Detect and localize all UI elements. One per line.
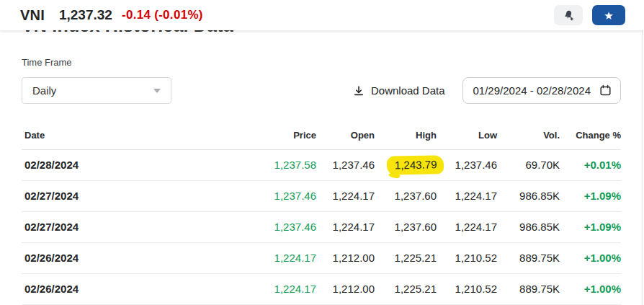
cell-open: 1,212.00 <box>316 243 375 274</box>
cell-open: 1,212.00 <box>316 274 375 305</box>
column-header-open: Open <box>316 118 375 150</box>
cell-price: 1,224.17 <box>254 274 316 305</box>
ticker-change: -0.14 (-0.01%) <box>122 8 203 22</box>
high-value: 1,243.79 <box>386 155 444 175</box>
cell-change: +1.09% <box>560 212 621 243</box>
column-header-price: Price <box>254 118 316 150</box>
cell-date: 02/27/2024 <box>22 181 254 212</box>
download-data-button[interactable]: Download Data <box>353 84 445 97</box>
ticker-bar: VNI 1,237.32 -0.14 (-0.01%) ★ <box>0 0 644 30</box>
date-range-picker[interactable]: 01/29/2024 - 02/28/2024 <box>462 77 621 104</box>
time-frame-label: Time Frame <box>22 57 621 68</box>
download-icon <box>353 85 365 97</box>
ticker-symbol: VNI <box>20 7 45 24</box>
chevron-down-icon <box>153 89 161 93</box>
controls-row: Daily Download Data 01/29/2024 - 02/28/2… <box>22 77 621 104</box>
table-header: DatePriceOpenHighLowVol.Change % <box>22 118 621 150</box>
table-row: 02/26/2024 1,224.17 1,212.00 1,225.21 1,… <box>22 274 621 305</box>
ticker-price: 1,237.32 <box>59 7 112 23</box>
cell-open: 1,237.46 <box>316 150 375 181</box>
column-header-date: Date <box>22 118 254 150</box>
main-content: Time Frame Daily Download Data 01/29/202… <box>0 57 644 305</box>
cell-open: 1,224.17 <box>316 212 375 243</box>
table-row: 02/28/2024 1,237.58 1,237.46 1,243.79 1,… <box>22 150 621 181</box>
cell-low: 1,210.52 <box>437 274 497 305</box>
cell-high: 1,237.60 <box>375 181 437 212</box>
cell-change: +1.00% <box>560 243 621 274</box>
cell-low: 1,210.52 <box>437 243 497 274</box>
cell-high: 1,237.60 <box>375 212 437 243</box>
date-range-value: 01/29/2024 - 02/28/2024 <box>473 84 591 97</box>
cell-price: 1,237.46 <box>254 212 316 243</box>
table-row: 02/27/2024 1,237.46 1,224.17 1,237.60 1,… <box>22 181 621 212</box>
cell-change: +1.00% <box>560 274 621 305</box>
bell-plus-icon <box>563 9 575 22</box>
column-header-high: High <box>375 118 437 150</box>
table-row: 02/26/2024 1,224.17 1,212.00 1,225.21 1,… <box>22 243 621 274</box>
column-header-vol: Vol. <box>497 118 560 150</box>
cell-date: 02/28/2024 <box>22 150 254 181</box>
column-header-change%: Change % <box>560 118 621 150</box>
cell-high: 1,243.79 <box>375 150 437 181</box>
cell-low: 1,224.17 <box>437 212 497 243</box>
cell-low: 1,224.17 <box>437 181 497 212</box>
cell-date: 02/26/2024 <box>22 274 254 305</box>
cell-open: 1,224.17 <box>316 181 375 212</box>
right-controls: Download Data 01/29/2024 - 02/28/2024 <box>353 77 621 104</box>
favorite-button[interactable]: ★ <box>592 5 625 25</box>
cell-price: 1,237.46 <box>254 181 316 212</box>
high-value: 1,237.60 <box>395 190 437 202</box>
table-row: 02/27/2024 1,237.46 1,224.17 1,237.60 1,… <box>22 212 621 243</box>
column-header-low: Low <box>437 118 497 150</box>
time-frame-value: Daily <box>32 84 56 97</box>
cell-price: 1,224.17 <box>254 243 316 274</box>
cell-high: 1,225.21 <box>375 274 437 305</box>
create-alert-button[interactable] <box>554 5 583 25</box>
cell-change: +0.01% <box>560 150 621 181</box>
cell-volume: 986.85K <box>497 181 560 212</box>
cell-volume: 986.85K <box>497 212 560 243</box>
star-icon: ★ <box>604 10 613 21</box>
cell-volume: 69.70K <box>497 150 560 181</box>
cell-change: +1.09% <box>560 181 621 212</box>
high-value: 1,225.21 <box>395 283 437 295</box>
cell-low: 1,237.46 <box>437 150 497 181</box>
cell-date: 02/27/2024 <box>22 212 254 243</box>
historical-data-table: DatePriceOpenHighLowVol.Change % 02/28/2… <box>22 118 621 305</box>
calendar-icon <box>599 84 612 97</box>
table-header-row: DatePriceOpenHighLowVol.Change % <box>22 118 621 150</box>
cell-date: 02/26/2024 <box>22 243 254 274</box>
cell-volume: 889.75K <box>497 243 560 274</box>
time-frame-dropdown[interactable]: Daily <box>22 77 171 104</box>
cell-high: 1,225.21 <box>375 243 437 274</box>
high-value: 1,225.21 <box>395 252 437 264</box>
high-value: 1,237.60 <box>395 221 437 233</box>
cell-volume: 889.75K <box>497 274 560 305</box>
cell-price: 1,237.58 <box>254 150 316 181</box>
download-label: Download Data <box>371 84 445 97</box>
